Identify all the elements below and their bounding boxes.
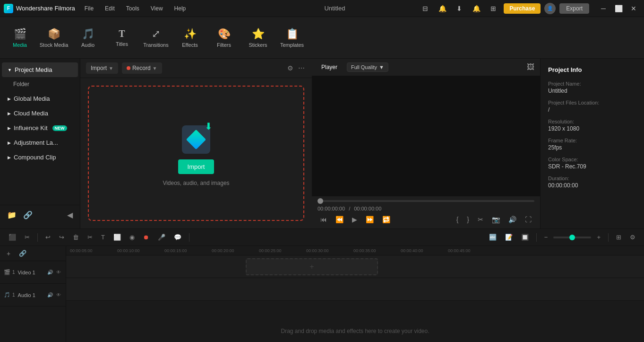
collapse-sidebar-button[interactable]: ◀ xyxy=(66,209,74,221)
sidebar-item-cloud-media[interactable]: ▶ Cloud Media xyxy=(2,106,78,121)
toolbar-item-titles[interactable]: T Titles xyxy=(106,20,138,56)
download-icon[interactable]: ⬇ xyxy=(453,2,466,15)
subtitle-button[interactable]: 📝 xyxy=(502,232,515,243)
link-tracks-button[interactable]: 🔗 xyxy=(16,248,29,259)
menu-view[interactable]: View xyxy=(149,4,165,13)
sidebar-item-influence-kit[interactable]: ▶ Influence Kit NEW xyxy=(2,121,78,135)
timeline-area: ⬛ ✂ ↩ ↪ 🗑 ✂ T ⬜ ◉ ⏺ 🎤 💬 🔤 📝 🔲 − + ⊞ xyxy=(0,228,644,342)
toolbar-item-audio[interactable]: 🎵 Audio xyxy=(72,20,104,56)
ripple-tool-button[interactable]: ✂ xyxy=(22,232,33,243)
video-track-eye-btn[interactable]: 👁 xyxy=(55,269,62,276)
import-button[interactable]: Import ▼ xyxy=(86,62,118,74)
translate-button[interactable]: 🔤 xyxy=(486,232,499,243)
user-avatar[interactable]: 👤 xyxy=(544,3,556,14)
audio-track-eye-btn[interactable]: 👁 xyxy=(55,291,62,298)
record-tl-button[interactable]: ⏺ xyxy=(140,232,152,243)
audio-record-button[interactable]: 🎤 xyxy=(155,232,168,243)
quality-select[interactable]: Full Quality ▼ xyxy=(347,62,388,72)
media-toolbar-right: ⚙ ⋯ xyxy=(286,63,306,73)
crop-button[interactable]: ⬜ xyxy=(111,232,124,243)
captions-button[interactable]: 💬 xyxy=(171,232,184,243)
audio-button[interactable]: 🔊 xyxy=(506,214,519,225)
community-icon[interactable]: 🔔 xyxy=(436,2,449,15)
record-button[interactable]: Record ▼ xyxy=(122,62,162,74)
select-tool-button[interactable]: ⬛ xyxy=(6,232,19,243)
toolbar-item-transitions[interactable]: ⤢ Transitions xyxy=(140,20,172,56)
zoom-in-button[interactable]: + xyxy=(594,232,603,243)
export-button[interactable]: Export xyxy=(559,3,589,14)
seek-handle[interactable] xyxy=(318,198,323,204)
mark-in-button[interactable]: { xyxy=(454,214,462,225)
toolbar-item-templates[interactable]: 📋 Templates xyxy=(276,20,308,56)
player-header: Player Full Quality ▼ 🖼 xyxy=(312,59,540,76)
cut-button[interactable]: ✂ xyxy=(85,232,95,243)
step-back-button[interactable]: ⏪ xyxy=(333,214,346,225)
toolbar-item-effects[interactable]: ✨ Effects xyxy=(174,20,206,56)
purchase-button[interactable]: Purchase xyxy=(504,3,541,14)
menu-file[interactable]: File xyxy=(83,4,95,13)
media-label: Media xyxy=(13,42,27,48)
grid-view-button[interactable]: ⊞ xyxy=(613,232,624,243)
win-maximize-button[interactable]: ⬜ xyxy=(612,2,625,15)
window-title: Untitled xyxy=(251,5,419,12)
win-minimize-button[interactable]: ─ xyxy=(597,2,610,15)
minimize-window-icon[interactable]: ⊟ xyxy=(419,2,432,15)
sidebar-item-project-media[interactable]: ▼ Project Media xyxy=(2,62,78,77)
mark-out-button[interactable]: } xyxy=(464,214,472,225)
toolbar-item-stickers[interactable]: ⭐ Stickers xyxy=(242,20,274,56)
snapshot-button[interactable]: 📷 xyxy=(489,214,503,225)
delete-button[interactable]: 🗑 xyxy=(70,232,82,243)
zoom-handle[interactable] xyxy=(569,235,575,240)
add-folder-button[interactable]: 📁 xyxy=(6,209,18,221)
video-track-audio-btn[interactable]: 🔊 xyxy=(46,269,54,276)
text-button[interactable]: T xyxy=(98,232,108,243)
seek-bar[interactable] xyxy=(318,200,534,202)
info-value-framerate: 25fps xyxy=(548,144,636,151)
menu-edit[interactable]: Edit xyxy=(103,4,117,13)
toolbar-item-filters[interactable]: 🎨 Filters xyxy=(208,20,240,56)
info-value-name: Untitled xyxy=(548,88,636,94)
loop-button[interactable]: 🔁 xyxy=(379,214,393,225)
import-zone-button[interactable]: Import xyxy=(178,159,215,174)
sidebar-item-global-media[interactable]: ▶ Global Media xyxy=(2,91,78,106)
drop-zone[interactable]: ⬇ Import Videos, audio, and images xyxy=(88,86,304,221)
time-total: 00:00:00:00 xyxy=(354,206,381,211)
add-media-button[interactable]: 🔗 xyxy=(22,209,34,221)
screenshot-icon[interactable]: 🖼 xyxy=(527,63,534,71)
timeline-audio-track[interactable] xyxy=(66,278,644,301)
menu-tools[interactable]: Tools xyxy=(124,4,141,13)
rewind-button[interactable]: ⏮ xyxy=(318,214,330,225)
win-close-button[interactable]: ✕ xyxy=(627,2,640,15)
media-icon: 🎬 xyxy=(14,28,26,40)
undo-button[interactable]: ↩ xyxy=(43,232,53,243)
fullscreen-button[interactable]: ⛶ xyxy=(522,214,534,225)
motion-button[interactable]: ◉ xyxy=(127,232,137,243)
add-track-button[interactable]: + xyxy=(4,248,13,259)
audio-track-mute-btn[interactable]: 🔊 xyxy=(46,291,54,298)
video-track-label: Video 1 xyxy=(18,270,35,275)
split-button[interactable]: ✂ xyxy=(475,214,486,225)
video-track-number: 1 xyxy=(12,270,15,275)
info-label-duration: Duration: xyxy=(548,175,636,181)
menu-help[interactable]: Help xyxy=(172,4,188,13)
zoom-bar[interactable] xyxy=(553,237,591,238)
player-tab[interactable]: Player xyxy=(318,62,341,72)
zoom-out-button[interactable]: − xyxy=(541,232,551,243)
filter-media-button[interactable]: ⚙ xyxy=(286,63,295,73)
notification-icon[interactable]: 🔔 xyxy=(470,2,483,15)
play-button[interactable]: ▶ xyxy=(349,214,360,225)
settings-button[interactable]: ⚙ xyxy=(627,232,638,243)
timeline-video-track[interactable]: + xyxy=(66,255,644,278)
more-options-button[interactable]: ⋯ xyxy=(297,63,306,73)
toolbar-item-media[interactable]: 🎬 Media xyxy=(4,20,36,56)
mask-button[interactable]: 🔲 xyxy=(518,232,532,243)
info-row-colorspace: Color Space: SDR - Rec.709 xyxy=(548,157,636,170)
sidebar-item-adjustment[interactable]: ▶ Adjustment La... xyxy=(2,135,78,150)
grid-icon[interactable]: ⊞ xyxy=(487,2,500,15)
media-content-toolbar: Import ▼ Record ▼ ⚙ ⋯ xyxy=(80,59,312,78)
toolbar-item-stock-media[interactable]: 📦 Stock Media xyxy=(38,20,70,56)
redo-button[interactable]: ↪ xyxy=(56,232,67,243)
step-forward-button[interactable]: ⏩ xyxy=(363,214,377,225)
sidebar-item-compound-clip[interactable]: ▶ Compound Clip xyxy=(2,150,78,165)
sidebar-item-folder[interactable]: Folder xyxy=(2,78,78,91)
